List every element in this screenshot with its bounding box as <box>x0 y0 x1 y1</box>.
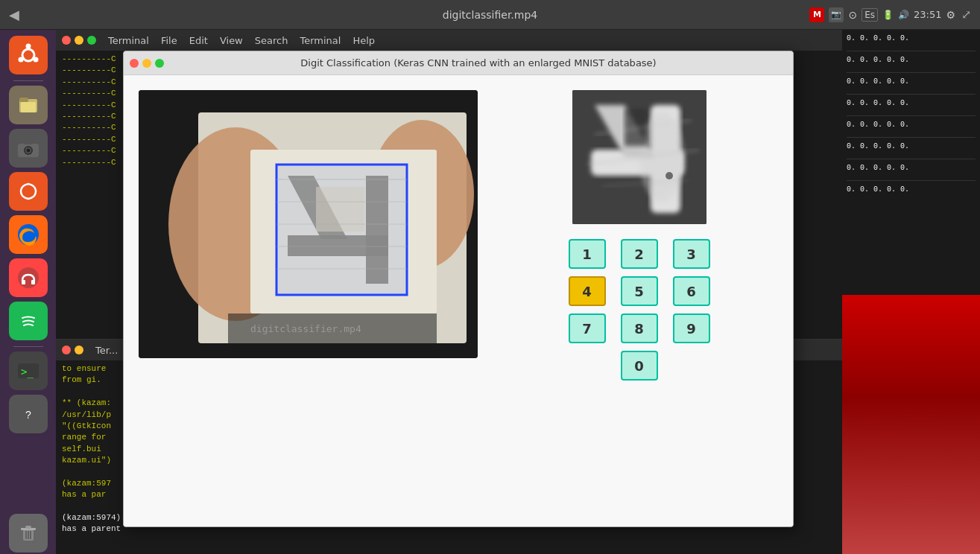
sidebar-icon-ubuntu[interactable] <box>9 36 48 74</box>
rt-row: 0. 0. 0. 0. 0. <box>847 33 976 45</box>
number-btn-0[interactable]: 0 <box>621 351 658 381</box>
number-grid: 1 2 3 4 5 6 7 8 <box>569 239 710 381</box>
terminal-menu-help[interactable]: Help <box>353 35 375 46</box>
svg-rect-6 <box>19 98 28 102</box>
back-button[interactable]: ◀ <box>9 7 19 23</box>
rt-divider <box>847 51 976 51</box>
close-dot[interactable] <box>62 36 71 45</box>
svg-rect-12 <box>24 141 33 144</box>
settings-icon[interactable]: ⚙ <box>946 9 955 21</box>
number-btn-8[interactable]: 8 <box>621 313 658 343</box>
terminal-menu-file[interactable]: File <box>161 35 177 46</box>
mail-icon[interactable]: M <box>809 7 824 22</box>
app-content: digitclassifier.mp4 <box>124 75 793 526</box>
svg-text:>_: >_ <box>21 366 34 378</box>
number-btn-9[interactable]: 9 <box>673 313 710 343</box>
camera-feed: digitclassifier.mp4 <box>139 90 478 358</box>
rt-row: 0. 0. 0. 0. 0. <box>847 98 976 109</box>
number-btn-7[interactable]: 7 <box>569 313 606 343</box>
title-bar-left: ◀ <box>9 7 19 23</box>
rt-row: 0. 0. 0. 0. 0. <box>847 184 976 196</box>
digit-image <box>572 90 706 224</box>
rt-divider <box>847 180 976 181</box>
sidebar-divider-2 <box>13 346 43 347</box>
sidebar-icon-trash[interactable] <box>9 514 48 553</box>
sidebar-icon-help[interactable]: ? <box>9 395 48 433</box>
svg-point-3 <box>33 57 38 63</box>
app-title: Digit Classification (Keras CNN trained … <box>170 57 787 69</box>
terminal-menu-view[interactable]: View <box>220 35 243 46</box>
svg-point-2 <box>25 44 31 49</box>
sidebar-icon-spotify[interactable] <box>9 302 48 340</box>
terminal-menu-terminal2[interactable]: Terminal <box>300 35 341 46</box>
svg-point-56 <box>666 172 673 179</box>
rt-divider <box>847 115 976 116</box>
terminal-menu-search[interactable]: Search <box>255 35 288 46</box>
rt-divider <box>847 137 976 138</box>
rt-row: 0. 0. 0. 0. 0. <box>847 76 976 88</box>
rt-divider <box>847 159 976 159</box>
number-btn-4[interactable]: 4 <box>569 276 606 306</box>
terminal-menu-terminal[interactable]: Terminal <box>108 35 149 46</box>
minimize-dot-2[interactable] <box>75 346 83 354</box>
svg-point-15 <box>18 267 39 288</box>
system-tray: M 📷 ⊙ Es 🔋 🔊 23:51 ⚙ <box>809 7 955 22</box>
battery-icon: 🔋 <box>882 10 894 20</box>
minimize-dot[interactable] <box>75 36 83 45</box>
svg-rect-38 <box>316 187 364 232</box>
main-area: >_ ? Terminal File Edit View <box>0 30 980 554</box>
window-title: digitclassifier.mp4 <box>443 9 537 21</box>
number-row-1: 1 2 3 <box>569 239 710 269</box>
app-maximize-button[interactable] <box>155 59 164 68</box>
svg-text:?: ? <box>25 409 31 421</box>
camera-tray-icon[interactable]: 📷 <box>829 7 844 22</box>
expand-button[interactable]: ⤢ <box>961 7 971 22</box>
sidebar-icon-camera[interactable] <box>9 129 48 168</box>
number-btn-3[interactable]: 3 <box>673 239 710 269</box>
sidebar-icon-firefox[interactable] <box>9 215 48 254</box>
rt-row: 0. 0. 0. 0. 0. <box>847 54 976 66</box>
svg-rect-17 <box>31 280 35 284</box>
terminal-1-menubar: Terminal File Edit View Search Terminal … <box>56 30 842 51</box>
sidebar-divider-1 <box>13 80 43 81</box>
svg-text:digitclassifier.mp4: digitclassifier.mp4 <box>250 323 361 334</box>
title-bar-right: M 📷 ⊙ Es 🔋 🔊 23:51 ⚙ ⤢ <box>809 7 971 22</box>
app-close-button[interactable] <box>130 59 139 68</box>
rt-divider <box>847 72 976 73</box>
app-titlebar: Digit Classification (Keras CNN trained … <box>124 51 793 75</box>
number-row-4: 0 <box>621 351 658 381</box>
number-btn-2[interactable]: 2 <box>621 239 658 269</box>
svg-point-11 <box>26 149 30 153</box>
svg-rect-16 <box>22 280 25 284</box>
sidebar-icon-pulse[interactable] <box>9 258 48 297</box>
digit-display: 1 2 3 4 5 6 7 8 <box>500 90 778 381</box>
content-area: Terminal File Edit View Search Terminal … <box>56 30 980 554</box>
rt-row: 0. 0. 0. 0. 0. <box>847 162 976 174</box>
rt-divider <box>847 94 976 95</box>
svg-rect-35 <box>366 176 388 284</box>
title-bar: ◀ digitclassifier.mp4 M 📷 ⊙ Es 🔋 🔊 23:51… <box>0 0 980 30</box>
right-terminal-content: 0. 0. 0. 0. 0. 0. 0. 0. 0. 0. 0. 0. 0. 0… <box>842 30 980 295</box>
terminal2-tab[interactable]: Ter... <box>95 345 118 356</box>
volume-icon: 🔊 <box>898 10 909 20</box>
sidebar: >_ ? <box>0 30 56 554</box>
rt-row: 0. 0. 0. 0. 0. <box>847 141 976 153</box>
right-terminal: 0. 0. 0. 0. 0. 0. 0. 0. 0. 0. 0. 0. 0. 0… <box>842 30 980 554</box>
close-dot-2[interactable] <box>62 346 71 354</box>
sidebar-icon-terminal[interactable]: >_ <box>9 351 48 390</box>
sidebar-icon-ubuntu2[interactable] <box>9 172 48 211</box>
language-indicator[interactable]: Es <box>862 8 878 22</box>
number-btn-6[interactable]: 6 <box>673 276 710 306</box>
number-row-3: 7 8 9 <box>569 313 710 343</box>
sidebar-icon-files[interactable] <box>9 86 48 124</box>
number-btn-1[interactable]: 1 <box>569 239 606 269</box>
app-minimize-button[interactable] <box>142 59 151 68</box>
number-row-2: 4 5 6 <box>569 276 710 306</box>
number-btn-5[interactable]: 5 <box>621 276 658 306</box>
wifi-icon: ⊙ <box>848 9 857 21</box>
digit-canvas <box>572 90 706 224</box>
maximize-dot[interactable] <box>87 36 96 45</box>
terminal-1-traffic <box>62 36 96 45</box>
svg-point-4 <box>18 57 23 63</box>
terminal-menu-edit[interactable]: Edit <box>189 35 208 46</box>
